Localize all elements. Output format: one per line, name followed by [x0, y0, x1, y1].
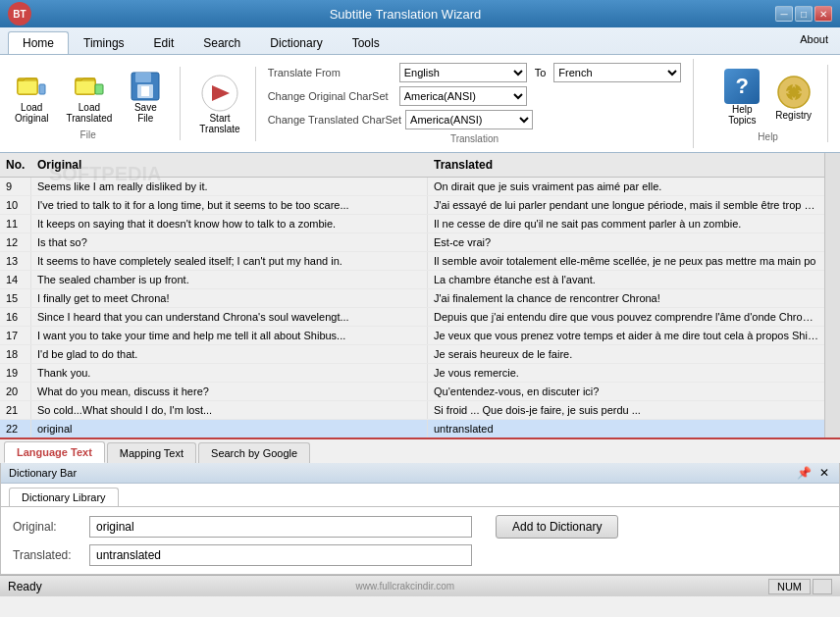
dict-bar: Dictionary Bar 📌 ✕ Dictionary Library Or…: [0, 463, 840, 575]
svg-point-13: [786, 84, 802, 100]
file-group-label: File: [80, 129, 96, 140]
table-row[interactable]: 22 original untranslated: [0, 420, 824, 437]
tab-timings[interactable]: Timings: [69, 31, 139, 54]
tab-search[interactable]: Search: [188, 31, 255, 54]
dict-inner-tabs: Dictionary Library: [1, 484, 839, 507]
table-row[interactable]: 10 I've tried to talk to it for a long t…: [0, 196, 824, 215]
table-row[interactable]: 17 I want you to take your time and help…: [0, 327, 824, 345]
table-wrapper: No. Original Translated 9 Seems like I a…: [0, 153, 824, 437]
dict-close-icon[interactable]: ✕: [817, 466, 831, 480]
dict-pin-icon[interactable]: 📌: [795, 466, 814, 480]
dict-library-tab[interactable]: Dictionary Library: [9, 488, 119, 506]
table-row[interactable]: 20 What do you mean, discuss it here? Qu…: [0, 383, 824, 401]
add-to-dictionary-button[interactable]: Add to Dictionary: [496, 515, 618, 539]
change-translated-select[interactable]: America(ANSI): [405, 110, 533, 129]
dict-fields: Original: Add to Dictionary Translated:: [1, 507, 839, 574]
start-translate-button[interactable]: StartTranslate: [192, 67, 246, 141]
table-row[interactable]: 9 Seems like I am really disliked by it.…: [0, 178, 824, 196]
help-group-label: Help: [758, 131, 778, 142]
table-row[interactable]: 19 Thank you. Je vous remercie.: [0, 364, 824, 383]
cell-original: It seems to have completely sealed itsel…: [31, 252, 428, 270]
extra-panel: [813, 579, 832, 594]
dict-bar-controls: 📌 ✕: [795, 466, 831, 480]
svg-rect-7: [135, 73, 151, 82]
translate-from-select[interactable]: English: [399, 63, 527, 82]
translation-fields: Translate From English To French Change …: [264, 59, 695, 148]
translate-from-label: Translate From: [268, 67, 395, 78]
close-button[interactable]: ✕: [814, 6, 832, 22]
tab-search-google[interactable]: Search by Google: [198, 442, 310, 463]
table-row[interactable]: 14 The sealed chamber is up front. La ch…: [0, 271, 824, 289]
cell-translated: Il semble avoir totalement elle-même sce…: [428, 252, 824, 270]
translation-group-label: Translation: [268, 133, 682, 144]
table-row[interactable]: 18 I'd be glad to do that. Je serais heu…: [0, 345, 824, 364]
translated-label: Translated:: [13, 548, 81, 562]
table-row[interactable]: 12 Is that so? Est-ce vrai?: [0, 233, 824, 252]
cell-translated: Je vous remercie.: [428, 364, 824, 382]
translated-input[interactable]: [89, 544, 472, 566]
start-translate-group: StartTranslate: [192, 67, 255, 141]
about-button[interactable]: About: [788, 27, 840, 51]
table-row[interactable]: 11 It keeps on saying that it doesn't kn…: [0, 215, 824, 233]
load-original-icon: [16, 71, 47, 102]
table-row[interactable]: 16 Since I heard that you can understand…: [0, 308, 824, 327]
cell-translated: J'ai finalement la chance de rencontrer …: [428, 289, 824, 307]
scrollbar[interactable]: [824, 153, 840, 437]
cell-translated: Est-ce vrai?: [428, 233, 824, 251]
cell-translated: Depuis que j'ai entendu dire que vous po…: [428, 308, 824, 326]
start-translate-label: StartTranslate: [199, 113, 239, 134]
tab-language-text[interactable]: Language Text: [4, 441, 105, 463]
load-translated-button[interactable]: LoadTranslated: [59, 67, 119, 128]
cell-original: I want you to take your time and help me…: [31, 327, 428, 344]
load-original-button[interactable]: LoadOriginal: [8, 67, 55, 128]
cell-no: 18: [0, 345, 31, 363]
cell-original: I've tried to talk to it for a long time…: [31, 196, 428, 214]
cell-original: The sealed chamber is up front.: [31, 271, 428, 288]
help-topics-button[interactable]: ? HelpTopics: [720, 65, 763, 129]
table-row[interactable]: 13 It seems to have completely sealed it…: [0, 252, 824, 271]
tab-home[interactable]: Home: [8, 31, 69, 54]
tab-edit[interactable]: Edit: [139, 31, 189, 54]
original-field-row: Original: Add to Dictionary: [13, 515, 827, 539]
cell-no: 21: [0, 401, 31, 419]
cell-no: 17: [0, 327, 31, 344]
table-row[interactable]: 21 So cold...What should I do, I'm lost.…: [0, 401, 824, 420]
change-original-select[interactable]: America(ANSI): [399, 86, 527, 106]
registry-icon: [776, 75, 812, 110]
cell-translated: Qu'entendez-vous, en discuter ici?: [428, 383, 824, 400]
bottom-tabs: Language Text Mapping Text Search by Goo…: [0, 437, 840, 463]
status-text: Ready: [8, 580, 42, 593]
translate-to-select[interactable]: French: [553, 63, 681, 82]
minimize-button[interactable]: ─: [775, 6, 793, 22]
cell-no: 12: [0, 233, 31, 251]
load-translated-icon: [74, 71, 105, 102]
change-translated-label: Change Translated CharSet: [268, 114, 401, 126]
cell-translated: Je veux que vous prenez votre temps et a…: [428, 327, 824, 344]
cell-no: 19: [0, 364, 31, 382]
registry-button[interactable]: Registry: [771, 71, 815, 125]
ribbon: Home Timings Edit Search Dictionary Tool…: [0, 27, 840, 153]
status-bar: Ready www.fullcrakcindir.com NUM: [0, 575, 840, 596]
load-original-label: LoadOriginal: [15, 102, 48, 124]
change-original-label: Change Original CharSet: [268, 90, 395, 102]
table-header: No. Original Translated: [0, 153, 824, 178]
original-input[interactable]: [89, 516, 472, 538]
start-translate-icon: [200, 74, 239, 113]
cell-translated: Il ne cesse de dire qu'il ne sait pas co…: [428, 215, 824, 232]
svg-rect-9: [141, 86, 149, 96]
tab-mapping-text[interactable]: Mapping Text: [107, 442, 196, 463]
translate-from-row: Translate From English To French: [268, 63, 682, 82]
cell-translated: La chambre étanche est à l'avant.: [428, 271, 824, 288]
tab-tools[interactable]: Tools: [338, 31, 394, 54]
cell-no: 20: [0, 383, 31, 400]
svg-rect-5: [95, 84, 103, 94]
maximize-button[interactable]: □: [795, 6, 813, 22]
change-translated-row: Change Translated CharSet America(ANSI): [268, 110, 682, 129]
translated-field-row: Translated:: [13, 544, 827, 566]
save-button[interactable]: SaveFile: [123, 67, 168, 128]
cell-no: 16: [0, 308, 31, 326]
load-translated-label: LoadTranslated: [66, 102, 112, 124]
tab-dictionary[interactable]: Dictionary: [255, 31, 337, 54]
table-row[interactable]: 15 I finally get to meet Chrona! J'ai fi…: [0, 289, 824, 308]
cell-no: 10: [0, 196, 31, 214]
